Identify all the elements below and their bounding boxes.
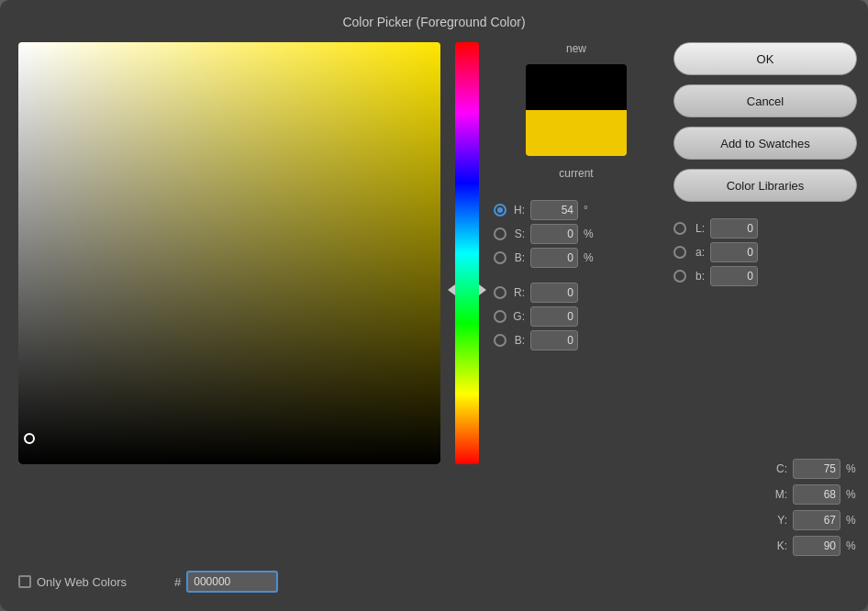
yellow-label: Y: (773, 514, 787, 527)
yellow-unit: % (846, 514, 857, 527)
magenta-label: M: (773, 488, 787, 501)
l-label: L: (692, 222, 705, 235)
rgb-section: R: G: B: (494, 283, 659, 350)
dialog-body: new current H: ° S: % (18, 42, 850, 556)
magenta-unit: % (846, 488, 857, 501)
hue-thumb-arrow-right (479, 284, 486, 295)
black-row: K: % (673, 536, 857, 556)
cmyk-section: C: % M: % Y: % K: % (673, 459, 857, 556)
brightness-input[interactable] (530, 248, 578, 268)
web-colors-checkbox[interactable] (18, 575, 31, 588)
blue-row: B: (494, 330, 659, 350)
yellow-row: Y: % (673, 510, 857, 530)
blue-input[interactable] (530, 330, 578, 350)
brightness-row: B: % (494, 248, 659, 268)
saturation-input[interactable] (530, 224, 578, 244)
l-input[interactable] (710, 218, 758, 239)
hue-slider-wrapper (455, 42, 479, 556)
l-row: L: (673, 218, 857, 239)
a-input[interactable] (710, 242, 758, 262)
b-lab-input[interactable] (710, 266, 758, 286)
b-lab-radio[interactable] (673, 270, 686, 283)
cyan-row: C: % (673, 459, 857, 479)
green-input[interactable] (530, 306, 578, 327)
hex-symbol: # (174, 575, 181, 589)
cyan-label: C: (773, 462, 787, 475)
black-label: K: (773, 539, 787, 552)
dialog-title: Color Picker (Foreground Color) (18, 15, 850, 29)
hex-row: # (174, 571, 278, 593)
color-gradient-picker[interactable] (18, 42, 440, 464)
saturation-label: S: (512, 228, 525, 240)
lab-section: L: a: b: (673, 218, 857, 286)
red-label: R: (512, 286, 525, 299)
a-radio[interactable] (673, 246, 686, 259)
current-label-text: current (494, 167, 659, 180)
web-colors-checkbox-wrapper[interactable]: Only Web Colors (18, 575, 127, 589)
color-libraries-button[interactable]: Color Libraries (673, 169, 857, 202)
red-radio[interactable] (494, 286, 506, 299)
new-color-box[interactable] (526, 64, 627, 110)
hue-row: H: ° (494, 200, 659, 220)
blue-label: B: (512, 334, 525, 347)
saturation-unit: % (584, 228, 595, 240)
bottom-section: Only Web Colors # (18, 571, 850, 593)
color-preview-container (526, 64, 627, 156)
brightness-unit: % (584, 251, 595, 264)
hsb-section: H: ° S: % B: % (494, 200, 659, 268)
color-field-wrapper[interactable] (18, 42, 440, 464)
black-input[interactable] (793, 536, 840, 556)
cyan-unit: % (846, 462, 857, 475)
green-row: G: (494, 306, 659, 327)
color-picker-dialog: Color Picker (Foreground Color) new (0, 0, 868, 611)
red-input[interactable] (530, 283, 578, 303)
hex-input[interactable] (186, 571, 278, 593)
cyan-input[interactable] (793, 459, 840, 479)
hue-unit: ° (584, 204, 595, 217)
new-label-text: new (494, 42, 659, 55)
hue-radio[interactable] (494, 204, 506, 217)
right-section: OK Cancel Add to Swatches Color Librarie… (673, 42, 857, 556)
hue-input[interactable] (530, 200, 578, 220)
cancel-button[interactable]: Cancel (673, 84, 857, 117)
a-label: a: (692, 246, 705, 259)
color-field-brightness (18, 42, 440, 464)
saturation-radio[interactable] (494, 228, 506, 240)
add-to-swatches-button[interactable]: Add to Swatches (673, 127, 857, 160)
magenta-input[interactable] (793, 484, 840, 505)
yellow-input[interactable] (793, 510, 840, 530)
hue-thumb-arrow-left (448, 284, 455, 295)
green-radio[interactable] (494, 310, 506, 323)
ok-button[interactable]: OK (673, 42, 857, 75)
magenta-row: M: % (673, 484, 857, 505)
hue-slider[interactable] (455, 42, 479, 464)
saturation-row: S: % (494, 224, 659, 244)
blue-radio[interactable] (494, 334, 506, 347)
brightness-radio[interactable] (494, 251, 506, 264)
b-lab-row: b: (673, 266, 857, 286)
a-row: a: (673, 242, 857, 262)
middle-section: new current H: ° S: % (494, 42, 659, 556)
red-row: R: (494, 283, 659, 303)
web-colors-label: Only Web Colors (37, 575, 127, 589)
current-color-box[interactable] (526, 110, 627, 156)
green-label: G: (512, 310, 525, 323)
b-lab-label: b: (692, 270, 705, 283)
black-unit: % (846, 539, 857, 552)
l-radio[interactable] (673, 222, 686, 235)
hue-label: H: (512, 204, 525, 217)
brightness-label: B: (512, 251, 525, 264)
